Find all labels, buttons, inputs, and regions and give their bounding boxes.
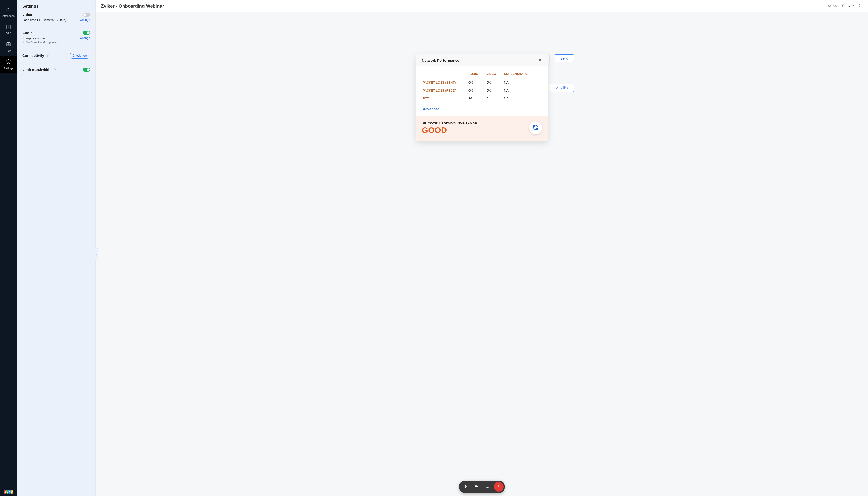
topbar: Zylker - Onboarding Webinar REC 07:35 xyxy=(96,0,868,12)
copy-link-button[interactable]: Copy link xyxy=(549,84,574,92)
advanced-link[interactable]: Advanced xyxy=(416,103,548,116)
svg-marker-19 xyxy=(477,485,478,487)
svg-rect-9 xyxy=(23,41,24,42)
audio-mic-line: MacBook Pro Microphone xyxy=(22,41,80,44)
svg-rect-20 xyxy=(486,485,489,487)
video-heading: Video xyxy=(22,13,32,17)
hangup-icon xyxy=(497,484,501,490)
help-square-icon xyxy=(6,24,11,31)
divider xyxy=(22,48,90,48)
zoho-logo: ZOHO xyxy=(4,490,13,494)
info-icon[interactable]: i xyxy=(46,54,49,57)
rail-settings-label: Settings xyxy=(4,67,13,70)
record-slash-icon xyxy=(828,4,831,8)
table-row: PACKET LOSS (SENT) 0% 0% NA xyxy=(422,78,542,87)
screen-share-icon xyxy=(485,484,490,490)
rail-attendees[interactable]: Attendees xyxy=(0,3,17,21)
close-icon[interactable]: ✕ xyxy=(538,58,542,63)
audio-mic: MacBook Pro Microphone xyxy=(26,41,57,44)
microphone-icon xyxy=(463,484,468,490)
rail-qa-label: Q&A xyxy=(5,32,11,35)
rail-polls-label: Polls xyxy=(5,49,11,52)
rail-attendees-label: Attendees xyxy=(2,15,15,17)
col-video: VIDEO xyxy=(486,71,503,78)
attendees-icon xyxy=(6,7,11,13)
fullscreen-button[interactable] xyxy=(858,3,863,9)
stage: ‹ Send Copy link Network Performance ✕ xyxy=(96,12,868,496)
score-box: NETWORK PERFORMANCE SCORE GOOD xyxy=(416,116,548,141)
end-call-button[interactable] xyxy=(494,482,503,492)
av-controls xyxy=(459,481,505,493)
camera-button[interactable] xyxy=(472,482,481,492)
rail-polls[interactable]: Polls xyxy=(0,38,17,56)
modal-title: Network Performance xyxy=(422,58,459,62)
svg-rect-16 xyxy=(465,485,466,487)
svg-point-1 xyxy=(9,8,10,9)
score-label: NETWORK PERFORMANCE SCORE xyxy=(422,121,477,124)
bar-chart-icon xyxy=(6,42,11,48)
rec-label: REC xyxy=(832,5,837,7)
refresh-icon xyxy=(533,124,538,131)
col-screenshare: SCREENSHARE xyxy=(503,71,542,78)
mute-button[interactable] xyxy=(460,482,470,492)
microphone-icon xyxy=(22,41,25,44)
modal-header: Network Performance ✕ xyxy=(416,55,548,66)
table-row: PACKET LOSS (RECD) 0% 0% NA xyxy=(422,87,542,94)
send-button[interactable]: Send xyxy=(555,55,574,62)
performance-table: AUDIO VIDEO SCREENSHARE PACKET LOSS (SEN… xyxy=(422,71,542,103)
video-icon xyxy=(474,484,478,490)
timer-value: 07:35 xyxy=(847,4,855,8)
bandwidth-heading: Limit Bandwidth i xyxy=(22,67,56,72)
svg-point-0 xyxy=(7,8,9,9)
settings-title: Settings xyxy=(22,4,90,9)
collapse-panel-button[interactable]: ‹ xyxy=(95,248,98,260)
timer: 07:35 xyxy=(842,4,855,8)
col-audio: AUDIO xyxy=(468,71,486,78)
audio-device: Computer Audio xyxy=(22,36,80,40)
main-area: Zylker - Onboarding Webinar REC 07:35 ‹ … xyxy=(96,0,868,496)
svg-point-8 xyxy=(8,61,9,62)
check-now-button[interactable]: Check now xyxy=(70,53,90,59)
info-icon[interactable]: i xyxy=(52,68,56,72)
svg-line-12 xyxy=(828,5,831,7)
svg-rect-18 xyxy=(475,485,477,487)
webinar-title: Zylker - Onboarding Webinar xyxy=(101,3,826,9)
timer-icon xyxy=(842,4,846,8)
divider xyxy=(22,76,90,77)
modal-body: AUDIO VIDEO SCREENSHARE PACKET LOSS (SEN… xyxy=(416,66,548,103)
network-performance-modal: Network Performance ✕ AUDIO VIDEO SCREEN… xyxy=(416,55,548,141)
refresh-button[interactable] xyxy=(529,121,542,134)
video-toggle[interactable] xyxy=(83,13,90,17)
rail-qa[interactable]: Q&A xyxy=(0,21,17,38)
svg-point-3 xyxy=(8,28,9,28)
rail-settings[interactable]: Settings xyxy=(0,56,17,73)
audio-heading: Audio xyxy=(22,31,33,35)
video-change-link[interactable]: Change xyxy=(80,18,90,21)
record-button[interactable]: REC xyxy=(826,4,839,9)
gear-icon xyxy=(6,59,11,65)
bandwidth-toggle[interactable] xyxy=(83,68,90,72)
connectivity-heading: Connectivity i xyxy=(22,53,49,58)
settings-panel: Settings Video FaceTime HD Camera (Built… xyxy=(17,0,96,496)
score-value: GOOD xyxy=(422,125,477,135)
table-row: RTT 36 0 NA xyxy=(422,94,542,103)
share-screen-button[interactable] xyxy=(483,482,492,492)
audio-change-link[interactable]: Change xyxy=(80,36,90,40)
audio-toggle[interactable] xyxy=(83,31,90,35)
video-device: FaceTime HD Camera (Built-in) xyxy=(22,18,66,22)
nav-rail: Attendees Q&A Polls Settings ZOHO xyxy=(0,0,17,496)
